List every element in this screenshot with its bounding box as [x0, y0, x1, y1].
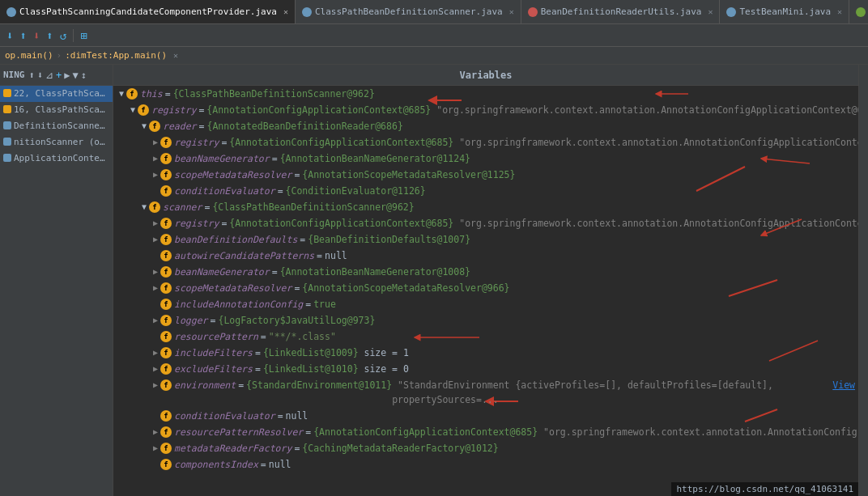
tab-beandefinitionreader[interactable]: BeanDefinitionReaderUtils.java ✕	[521, 0, 721, 24]
info-resourcepattern: f	[160, 331, 172, 342]
tab-label-1: ClassPathScanningCandidateComponentProvi…	[19, 6, 277, 17]
var-row-conditioneval1: ▶ f conditionEvaluator = {ConditionEvalu…	[147, 183, 858, 199]
tab-testbeanmini[interactable]: TestBeanMini.java ✕	[720, 0, 849, 24]
main-layout: NING ⬆ ⬇ ⊿ + ▶ ▼ ↕ 22, ClassPathScanning…	[0, 65, 868, 496]
tab-close-4[interactable]: ✕	[837, 7, 842, 16]
sidebar-filter[interactable]: ⊿	[45, 70, 53, 81]
toolbar-btn-view[interactable]: ⊞	[79, 28, 88, 44]
sidebar-item-4[interactable]: nitionScanner (org.spring	[0, 134, 113, 150]
var-row-beannameGen1: ▶ f beanNameGenerator = {AnnotationBeanN…	[147, 150, 858, 167]
sidebar-sort-desc[interactable]: ⬇	[37, 70, 43, 81]
expand-this[interactable]: ▼	[117, 87, 126, 101]
expand-registry1[interactable]: ▼	[128, 103, 138, 117]
sidebar-list: 22, ClassPathScanningC 16, ClassPathScan…	[0, 86, 113, 496]
expand-scanner[interactable]: ▼	[139, 200, 149, 214]
var-value-scopemeta1: {AnnotationScopeMetadataResolver@1125}	[302, 167, 515, 182]
info-scanner-registry: f	[160, 218, 172, 229]
tab-close-3[interactable]: ✕	[708, 7, 713, 16]
expand-scopemeta2[interactable]: ▶	[151, 281, 160, 295]
info-excludefilters: f	[160, 363, 172, 375]
expand-environment[interactable]: ▶	[151, 378, 160, 392]
var-row-conditioneval2: ▶ f conditionEvaluator = null	[147, 408, 858, 424]
expand-resourcepatternresolver[interactable]: ▶	[151, 425, 160, 439]
var-row-scopemeta1: ▶ f scopeMetadataResolver = {AnnotationS…	[147, 167, 858, 183]
variables-content[interactable]: ▼ f this = {ClassPathBeanDefinitionScann…	[113, 86, 858, 496]
sidebar-sort-asc[interactable]: ⬆	[29, 70, 35, 81]
info-includeanno: f	[160, 299, 172, 310]
var-row-resourcepatternresolver: ▶ f resourcePatternResolver = {Annotatio…	[147, 424, 858, 440]
var-extra-registry1: "org.springframework.context.annotation.…	[431, 103, 858, 117]
var-extra-resourcepatternresolver: "org.springframework.context.annotation.…	[538, 425, 858, 439]
var-row-excludefilters: ▶ f excludeFilters = {LinkedList@1010} s…	[147, 361, 858, 377]
sidebar-expand[interactable]: ▶	[64, 70, 70, 81]
url-bar: https://blog.csdn.net/qq_41063141	[671, 482, 858, 496]
sidebar-item-icon-3	[3, 121, 11, 129]
var-row-reader-registry: ▶ f registry = {AnnotationConfigApplicat…	[147, 134, 858, 150]
tab-beandef[interactable]: BeanDef... ✕	[849, 0, 868, 24]
sidebar-item-5[interactable]: ApplicationContext (org.s	[0, 150, 113, 167]
sidebar-options[interactable]: ↕	[81, 70, 87, 81]
expand-beannameGen1[interactable]: ▶	[151, 151, 160, 166]
breadcrumb-part1[interactable]: op.main()	[5, 50, 53, 61]
tab-label-4: TestBeanMini.java	[739, 6, 831, 17]
var-link-environment[interactable]: View	[832, 378, 855, 392]
var-name-beandefaults: beanDefinitionDefaults	[174, 232, 297, 247]
toolbar-btn-down1[interactable]: ⬇	[5, 28, 15, 44]
expand-reader[interactable]: ▼	[139, 119, 149, 134]
expand-logger[interactable]: ▶	[151, 313, 160, 328]
expand-excludefilters[interactable]: ▶	[151, 362, 160, 376]
var-value-environment: {StandardEnvironment@1011}	[246, 378, 392, 392]
tab-icon-1	[6, 7, 16, 17]
sidebar-collapse[interactable]: ▼	[72, 70, 78, 81]
info-beannameGen2: f	[160, 266, 172, 278]
var-row-autowire: ▶ f autowireCandidatePatterns = null	[147, 248, 858, 264]
var-size-excludefilters: size = 0	[359, 362, 409, 376]
var-value-componentsindex: null	[269, 457, 291, 472]
sidebar-item-1[interactable]: 22, ClassPathScanningC	[0, 86, 113, 102]
var-name-beannameGen2: beanNameGenerator	[174, 265, 270, 279]
right-scrollbar[interactable]	[858, 65, 868, 496]
sidebar-title: NING	[3, 70, 25, 80]
toolbar-btn-down2[interactable]: ⬇	[32, 28, 41, 44]
info-scanner: f	[149, 201, 160, 213]
tab-label-2: ClassPathBeanDefinitionScanner.java	[315, 6, 503, 17]
tab-close-2[interactable]: ✕	[509, 7, 514, 16]
breadcrumb-close[interactable]: ✕	[173, 51, 178, 60]
var-row-environment: ▶ f environment = {StandardEnvironment@1…	[147, 377, 858, 408]
expand-reader-registry[interactable]: ▶	[151, 135, 160, 150]
tab-close-1[interactable]: ✕	[283, 7, 288, 16]
arrow-beannamegen1	[753, 149, 818, 168]
var-name-resourcepattern: resourcePattern	[174, 329, 258, 344]
arrow-this	[648, 86, 696, 102]
var-name-scopemeta2: scopeMetadataResolver	[174, 281, 291, 295]
expand-includefilters[interactable]: ▶	[151, 346, 160, 360]
var-extra-environment: "StandardEnvironment {activeProfiles=[],…	[392, 378, 829, 407]
tab-classpathscanning[interactable]: ClassPathScanningCandidateComponentProvi…	[0, 0, 296, 24]
var-value-scanner: {ClassPathBeanDefinitionScanner@962}	[212, 200, 414, 214]
var-name-scanner-registry: registry	[174, 216, 219, 231]
expand-beannameGen2[interactable]: ▶	[151, 265, 160, 279]
toolbar-btn-up1[interactable]: ⬆	[18, 28, 28, 44]
var-row-logger: ▶ f logger = {LogFactory$JavaUtilLog@973…	[147, 312, 858, 329]
var-value-beannameGen1: {AnnotationBeanNameGenerator@1124}	[280, 151, 470, 166]
breadcrumb-part2[interactable]: :dimTest:App.main()	[65, 50, 167, 61]
sidebar-item-icon-2	[3, 105, 11, 113]
arrow-resourcepattern	[406, 329, 487, 346]
sidebar-add[interactable]: +	[56, 70, 62, 81]
toolbar-btn-up2[interactable]: ⬆	[45, 28, 54, 44]
var-name-conditioneval2: conditionEvaluator	[174, 409, 275, 423]
var-value-this: {ClassPathBeanDefinitionScanner@962}	[173, 87, 375, 101]
expand-scopemeta1[interactable]: ▶	[151, 167, 160, 182]
svg-line-6	[761, 159, 810, 163]
sidebar-item-3[interactable]: DefinitionScanner (org.sp	[0, 118, 113, 134]
expand-beandefaults[interactable]: ▶	[151, 232, 160, 247]
sidebar-item-2[interactable]: 16, ClassPathScanningCa	[0, 102, 113, 118]
tab-classpathbean[interactable]: ClassPathBeanDefinitionScanner.java ✕	[296, 0, 521, 24]
info-includefilters: f	[160, 347, 172, 358]
var-size-includefilters: size = 1	[359, 346, 409, 360]
expand-metadatareaderfactory[interactable]: ▶	[151, 441, 160, 456]
var-row-beandefaults: ▶ f beanDefinitionDefaults = {BeanDefini…	[147, 231, 858, 248]
var-value-scanner-registry: {AnnotationConfigApplicationContext@685}	[229, 216, 453, 231]
expand-scanner-registry[interactable]: ▶	[151, 216, 160, 231]
toolbar-btn-refresh[interactable]: ↺	[58, 28, 68, 44]
